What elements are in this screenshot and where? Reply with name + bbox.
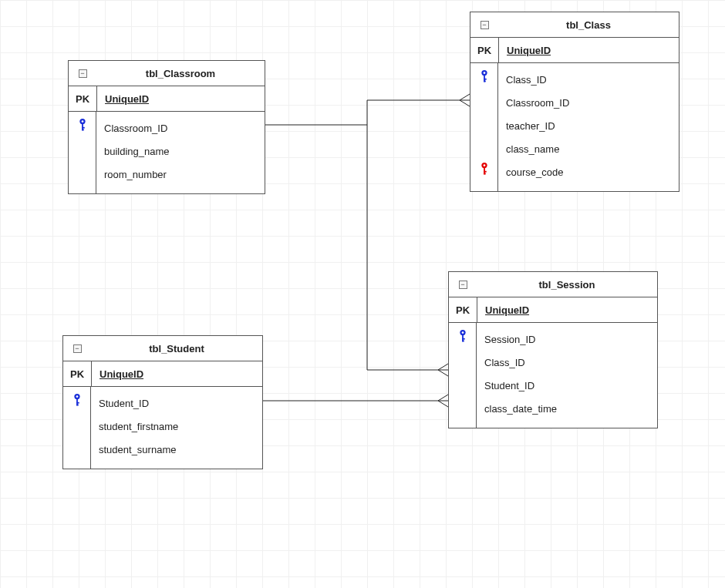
entity-tbl-class[interactable]: − tbl_Class PK UniqueID Class_ID Classro… bbox=[470, 12, 679, 192]
svg-line-1 bbox=[460, 100, 470, 106]
field: student_firstname bbox=[99, 415, 262, 438]
collapse-toggle[interactable]: − bbox=[69, 61, 96, 86]
svg-rect-20 bbox=[484, 173, 486, 175]
field: Class_ID bbox=[506, 68, 679, 91]
pk-field: UniqueID bbox=[97, 86, 265, 111]
key-icon bbox=[478, 162, 491, 177]
svg-line-3 bbox=[438, 370, 448, 376]
field: Session_ID bbox=[484, 328, 657, 351]
entity-title: tbl_Class bbox=[498, 19, 679, 31]
field: class_date_time bbox=[484, 397, 657, 420]
svg-rect-19 bbox=[484, 171, 487, 173]
collapse-toggle[interactable]: − bbox=[63, 336, 91, 361]
field: Class_ID bbox=[484, 351, 657, 374]
pk-label: PK bbox=[63, 361, 92, 386]
minus-icon: − bbox=[481, 21, 489, 29]
minus-icon: − bbox=[79, 69, 87, 78]
svg-line-2 bbox=[438, 364, 448, 370]
field: course_code bbox=[506, 160, 679, 183]
svg-line-5 bbox=[438, 401, 448, 407]
pk-field: UniqueID bbox=[499, 38, 679, 62]
key-icon bbox=[478, 69, 491, 85]
entity-title: tbl_Session bbox=[477, 279, 657, 291]
svg-line-0 bbox=[460, 94, 470, 100]
svg-rect-9 bbox=[82, 127, 85, 129]
svg-rect-30 bbox=[76, 405, 79, 406]
minus-icon: − bbox=[73, 344, 82, 353]
field: room_number bbox=[104, 163, 265, 186]
pk-label: PK bbox=[69, 86, 97, 111]
entity-tbl-student[interactable]: − tbl_Student PK UniqueID Student_ID stu… bbox=[62, 335, 263, 469]
entity-tbl-session[interactable]: − tbl_Session PK UniqueID Session_ID Cla… bbox=[448, 271, 658, 428]
svg-point-12 bbox=[483, 72, 485, 74]
svg-point-17 bbox=[483, 164, 485, 166]
key-icon bbox=[76, 118, 89, 133]
entity-tbl-classroom[interactable]: − tbl_Classroom PK UniqueID Classroom_ID… bbox=[68, 60, 265, 194]
pk-field: UniqueID bbox=[92, 361, 262, 386]
svg-line-4 bbox=[438, 395, 448, 401]
entity-title: tbl_Classroom bbox=[96, 68, 265, 79]
collapse-toggle[interactable]: − bbox=[449, 272, 477, 297]
svg-point-22 bbox=[461, 331, 464, 334]
field: class_name bbox=[506, 137, 679, 160]
svg-point-7 bbox=[81, 120, 83, 123]
svg-rect-25 bbox=[462, 341, 464, 342]
field: Student_ID bbox=[484, 374, 657, 397]
svg-rect-29 bbox=[76, 402, 79, 404]
entity-title: tbl_Student bbox=[91, 343, 262, 354]
erd-canvas: − tbl_Classroom PK UniqueID Classroom_ID… bbox=[0, 0, 725, 588]
svg-point-27 bbox=[76, 395, 78, 398]
field: student_surname bbox=[99, 438, 262, 461]
field: building_name bbox=[104, 139, 265, 163]
svg-rect-10 bbox=[82, 129, 84, 131]
pk-label: PK bbox=[449, 297, 477, 322]
pk-label: PK bbox=[470, 38, 499, 62]
field: Student_ID bbox=[99, 391, 262, 415]
field: Classroom_ID bbox=[506, 91, 679, 114]
svg-rect-14 bbox=[484, 79, 487, 80]
collapse-toggle[interactable]: − bbox=[470, 12, 498, 37]
svg-rect-15 bbox=[484, 81, 486, 82]
key-icon bbox=[71, 393, 83, 408]
minus-icon: − bbox=[459, 281, 467, 289]
field: teacher_ID bbox=[506, 114, 679, 137]
key-icon bbox=[457, 329, 469, 344]
svg-rect-24 bbox=[462, 338, 465, 340]
field: Classroom_ID bbox=[104, 116, 265, 139]
pk-field: UniqueID bbox=[477, 297, 657, 322]
